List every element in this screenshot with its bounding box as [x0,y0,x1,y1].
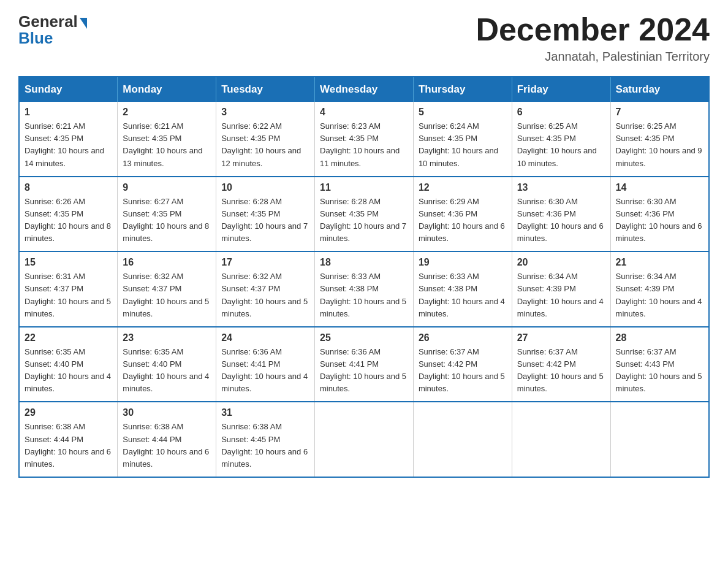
day-number: 1 [25,107,112,118]
day-info: Sunrise: 6:38 AMSunset: 4:44 PMDaylight:… [123,421,211,470]
day-info: Sunrise: 6:28 AMSunset: 4:35 PMDaylight:… [221,196,309,245]
day-info: Sunrise: 6:35 AMSunset: 4:40 PMDaylight:… [123,346,211,396]
calendar-cell: 17 Sunrise: 6:32 AMSunset: 4:37 PMDaylig… [216,251,315,327]
day-info: Sunrise: 6:25 AMSunset: 4:35 PMDaylight:… [517,120,605,170]
day-number: 26 [419,332,507,343]
calendar-cell: 20 Sunrise: 6:34 AMSunset: 4:39 PMDaylig… [512,251,610,327]
week-row-2: 8 Sunrise: 6:26 AMSunset: 4:35 PMDayligh… [19,177,709,252]
day-number: 25 [320,332,408,343]
calendar-cell: 30 Sunrise: 6:38 AMSunset: 4:44 PMDaylig… [118,402,216,477]
day-info: Sunrise: 6:28 AMSunset: 4:35 PMDaylight:… [320,196,408,245]
day-info: Sunrise: 6:29 AMSunset: 4:36 PMDaylight:… [419,196,507,245]
calendar-header-row: Sunday Monday Tuesday Wednesday Thursday… [19,77,709,102]
day-number: 21 [616,257,703,268]
calendar-cell: 19 Sunrise: 6:33 AMSunset: 4:38 PMDaylig… [413,251,512,327]
day-number: 10 [221,182,309,193]
title-block: December 2024 Jannatah, Palestinian Terr… [476,12,710,64]
day-info: Sunrise: 6:32 AMSunset: 4:37 PMDaylight:… [123,270,211,320]
page-header: General Blue December 2024 Jannatah, Pal… [18,12,710,64]
day-info: Sunrise: 6:37 AMSunset: 4:42 PMDaylight:… [517,346,605,396]
calendar-cell: 18 Sunrise: 6:33 AMSunset: 4:38 PMDaylig… [315,251,414,327]
day-info: Sunrise: 6:35 AMSunset: 4:40 PMDaylight:… [25,346,112,396]
calendar-cell: 14 Sunrise: 6:30 AMSunset: 4:36 PMDaylig… [610,177,709,252]
day-number: 20 [517,257,605,268]
day-info: Sunrise: 6:27 AMSunset: 4:35 PMDaylight:… [123,196,211,245]
day-number: 24 [221,332,309,343]
day-number: 11 [320,182,408,193]
calendar-cell: 1 Sunrise: 6:21 AMSunset: 4:35 PMDayligh… [19,102,118,177]
calendar-cell: 3 Sunrise: 6:22 AMSunset: 4:35 PMDayligh… [216,102,315,177]
calendar-cell: 15 Sunrise: 6:31 AMSunset: 4:37 PMDaylig… [19,251,118,327]
week-row-3: 15 Sunrise: 6:31 AMSunset: 4:37 PMDaylig… [19,251,709,327]
day-number: 23 [123,332,211,343]
logo-triangle-icon [80,18,87,29]
location-subtitle: Jannatah, Palestinian Territory [476,50,710,64]
day-info: Sunrise: 6:33 AMSunset: 4:38 PMDaylight:… [419,270,507,320]
day-info: Sunrise: 6:32 AMSunset: 4:37 PMDaylight:… [221,270,309,320]
day-info: Sunrise: 6:33 AMSunset: 4:38 PMDaylight:… [320,270,408,320]
day-info: Sunrise: 6:26 AMSunset: 4:35 PMDaylight:… [25,196,112,245]
calendar-cell: 22 Sunrise: 6:35 AMSunset: 4:40 PMDaylig… [19,327,118,402]
day-info: Sunrise: 6:31 AMSunset: 4:37 PMDaylight:… [25,270,112,320]
day-number: 29 [25,407,112,418]
day-number: 15 [25,257,112,268]
month-title: December 2024 [476,12,710,47]
calendar-cell: 5 Sunrise: 6:24 AMSunset: 4:35 PMDayligh… [413,102,512,177]
calendar-cell: 6 Sunrise: 6:25 AMSunset: 4:35 PMDayligh… [512,102,610,177]
day-info: Sunrise: 6:21 AMSunset: 4:35 PMDaylight:… [25,120,112,170]
day-number: 30 [123,407,211,418]
day-info: Sunrise: 6:34 AMSunset: 4:39 PMDaylight:… [517,270,605,320]
day-number: 13 [517,182,605,193]
day-number: 19 [419,257,507,268]
day-info: Sunrise: 6:21 AMSunset: 4:35 PMDaylight:… [123,120,211,170]
col-saturday: Saturday [610,77,709,102]
calendar-cell: 4 Sunrise: 6:23 AMSunset: 4:35 PMDayligh… [315,102,414,177]
calendar-cell: 23 Sunrise: 6:35 AMSunset: 4:40 PMDaylig… [118,327,216,402]
day-info: Sunrise: 6:36 AMSunset: 4:41 PMDaylight:… [320,346,408,396]
day-info: Sunrise: 6:37 AMSunset: 4:42 PMDaylight:… [419,346,507,396]
week-row-5: 29 Sunrise: 6:38 AMSunset: 4:44 PMDaylig… [19,402,709,477]
col-friday: Friday [512,77,610,102]
calendar-cell: 26 Sunrise: 6:37 AMSunset: 4:42 PMDaylig… [413,327,512,402]
calendar-cell: 29 Sunrise: 6:38 AMSunset: 4:44 PMDaylig… [19,402,118,477]
col-monday: Monday [118,77,216,102]
calendar-cell: 7 Sunrise: 6:25 AMSunset: 4:35 PMDayligh… [610,102,709,177]
col-wednesday: Wednesday [315,77,414,102]
calendar-cell: 31 Sunrise: 6:38 AMSunset: 4:45 PMDaylig… [216,402,315,477]
calendar-cell: 24 Sunrise: 6:36 AMSunset: 4:41 PMDaylig… [216,327,315,402]
calendar-cell: 12 Sunrise: 6:29 AMSunset: 4:36 PMDaylig… [413,177,512,252]
day-number: 8 [25,182,112,193]
logo: General Blue [18,12,87,48]
day-info: Sunrise: 6:38 AMSunset: 4:45 PMDaylight:… [221,421,309,470]
calendar-cell: 16 Sunrise: 6:32 AMSunset: 4:37 PMDaylig… [118,251,216,327]
day-number: 14 [616,182,703,193]
week-row-1: 1 Sunrise: 6:21 AMSunset: 4:35 PMDayligh… [19,102,709,177]
day-number: 18 [320,257,408,268]
day-info: Sunrise: 6:30 AMSunset: 4:36 PMDaylight:… [616,196,703,245]
calendar-cell: 9 Sunrise: 6:27 AMSunset: 4:35 PMDayligh… [118,177,216,252]
day-info: Sunrise: 6:34 AMSunset: 4:39 PMDaylight:… [616,270,703,320]
calendar-cell: 21 Sunrise: 6:34 AMSunset: 4:39 PMDaylig… [610,251,709,327]
day-number: 3 [221,107,309,118]
logo-blue: Blue [18,29,53,48]
day-info: Sunrise: 6:37 AMSunset: 4:43 PMDaylight:… [616,346,703,396]
calendar-cell: 27 Sunrise: 6:37 AMSunset: 4:42 PMDaylig… [512,327,610,402]
calendar-cell: 2 Sunrise: 6:21 AMSunset: 4:35 PMDayligh… [118,102,216,177]
calendar-cell: 13 Sunrise: 6:30 AMSunset: 4:36 PMDaylig… [512,177,610,252]
day-info: Sunrise: 6:38 AMSunset: 4:44 PMDaylight:… [25,421,112,470]
day-number: 5 [419,107,507,118]
day-number: 6 [517,107,605,118]
day-info: Sunrise: 6:25 AMSunset: 4:35 PMDaylight:… [616,120,703,170]
day-number: 31 [221,407,309,418]
day-info: Sunrise: 6:23 AMSunset: 4:35 PMDaylight:… [320,120,408,170]
day-number: 27 [517,332,605,343]
calendar-table: Sunday Monday Tuesday Wednesday Thursday… [18,76,710,478]
calendar-cell: 8 Sunrise: 6:26 AMSunset: 4:35 PMDayligh… [19,177,118,252]
calendar-cell [413,402,512,477]
day-info: Sunrise: 6:36 AMSunset: 4:41 PMDaylight:… [221,346,309,396]
day-number: 9 [123,182,211,193]
day-info: Sunrise: 6:30 AMSunset: 4:36 PMDaylight:… [517,196,605,245]
day-number: 2 [123,107,211,118]
calendar-cell [315,402,414,477]
week-row-4: 22 Sunrise: 6:35 AMSunset: 4:40 PMDaylig… [19,327,709,402]
